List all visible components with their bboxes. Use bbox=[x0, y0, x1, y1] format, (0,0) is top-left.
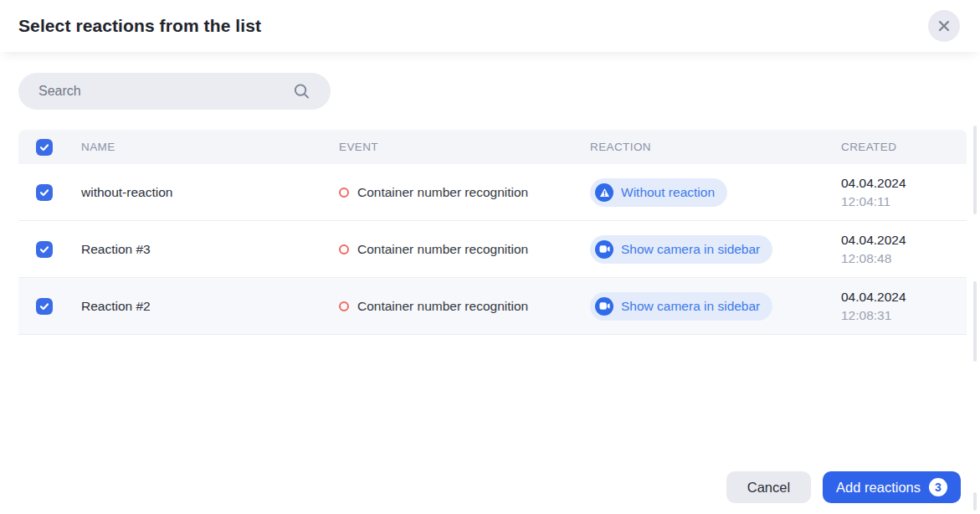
created-date: 04.04.2024 bbox=[841, 288, 967, 306]
video-camera-icon bbox=[595, 297, 613, 316]
search-icon[interactable] bbox=[293, 83, 310, 100]
row-checkbox[interactable] bbox=[36, 241, 53, 258]
reaction-badge-label: Show camera in sidebar bbox=[621, 242, 760, 257]
table-header-row: NAME EVENT REACTION CREATED bbox=[18, 130, 967, 164]
video-camera-icon bbox=[595, 240, 613, 259]
table-row[interactable]: Reaction #2 Container number recognition… bbox=[18, 278, 967, 335]
row-event-label: Container number recognition bbox=[357, 242, 528, 257]
column-header-event: EVENT bbox=[339, 141, 590, 153]
row-checkbox[interactable] bbox=[36, 298, 53, 315]
table-row[interactable]: Reaction #3 Container number recognition… bbox=[18, 221, 967, 278]
column-header-name: NAME bbox=[81, 141, 339, 153]
reaction-badge[interactable]: Show camera in sidebar bbox=[590, 292, 772, 321]
modal-header: Select reactions from the list bbox=[0, 0, 980, 52]
row-reaction-cell: Show camera in sidebar bbox=[590, 235, 841, 264]
scrollbar[interactable] bbox=[973, 492, 977, 511]
row-created: 04.04.2024 12:04:11 bbox=[841, 174, 967, 211]
table-row[interactable]: without-reaction Container number recogn… bbox=[18, 164, 967, 221]
created-time: 12:04:11 bbox=[841, 193, 967, 211]
reaction-badge[interactable]: Without reaction bbox=[590, 178, 727, 207]
scrollbar[interactable] bbox=[973, 126, 977, 214]
created-date: 04.04.2024 bbox=[841, 174, 967, 193]
close-button[interactable] bbox=[928, 10, 960, 42]
cancel-button[interactable]: Cancel bbox=[726, 471, 811, 503]
modal-body: NAME EVENT REACTION CREATED without-reac… bbox=[0, 52, 980, 335]
created-time: 12:08:31 bbox=[841, 306, 967, 325]
reactions-table: NAME EVENT REACTION CREATED without-reac… bbox=[18, 130, 967, 335]
reaction-badge-label: Without reaction bbox=[621, 185, 715, 200]
row-created: 04.04.2024 12:08:48 bbox=[841, 231, 967, 268]
row-reaction-cell: Show camera in sidebar bbox=[590, 292, 841, 321]
event-type-icon bbox=[339, 244, 349, 254]
event-type-icon bbox=[339, 301, 349, 311]
column-header-reaction: REACTION bbox=[590, 141, 841, 153]
row-event-label: Container number recognition bbox=[357, 185, 528, 200]
selected-count-badge: 3 bbox=[929, 478, 947, 496]
search-container bbox=[18, 73, 331, 110]
row-created: 04.04.2024 12:08:31 bbox=[841, 288, 967, 325]
row-name: Reaction #2 bbox=[81, 299, 339, 314]
created-time: 12:08:48 bbox=[841, 249, 967, 268]
row-event-label: Container number recognition bbox=[357, 299, 528, 314]
row-checkbox[interactable] bbox=[36, 184, 53, 201]
add-reactions-label: Add reactions bbox=[836, 480, 921, 496]
add-reactions-button[interactable]: Add reactions 3 bbox=[823, 471, 961, 503]
row-event: Container number recognition bbox=[339, 185, 590, 200]
close-icon bbox=[937, 19, 951, 33]
reaction-badge-label: Show camera in sidebar bbox=[621, 299, 760, 314]
row-reaction-cell: Without reaction bbox=[590, 178, 841, 207]
search-input[interactable] bbox=[18, 73, 331, 110]
modal-footer: Cancel Add reactions 3 bbox=[726, 471, 961, 503]
scrollbar[interactable] bbox=[973, 281, 977, 362]
row-name: without-reaction bbox=[81, 185, 339, 200]
event-type-icon bbox=[339, 188, 349, 198]
reaction-badge[interactable]: Show camera in sidebar bbox=[590, 235, 772, 264]
warning-triangle-icon bbox=[595, 183, 613, 202]
column-header-created: CREATED bbox=[841, 141, 967, 153]
row-event: Container number recognition bbox=[339, 299, 590, 314]
created-date: 04.04.2024 bbox=[841, 231, 967, 249]
modal-title: Select reactions from the list bbox=[18, 16, 261, 36]
row-event: Container number recognition bbox=[339, 242, 590, 257]
select-all-checkbox[interactable] bbox=[36, 139, 53, 156]
row-name: Reaction #3 bbox=[81, 242, 339, 257]
